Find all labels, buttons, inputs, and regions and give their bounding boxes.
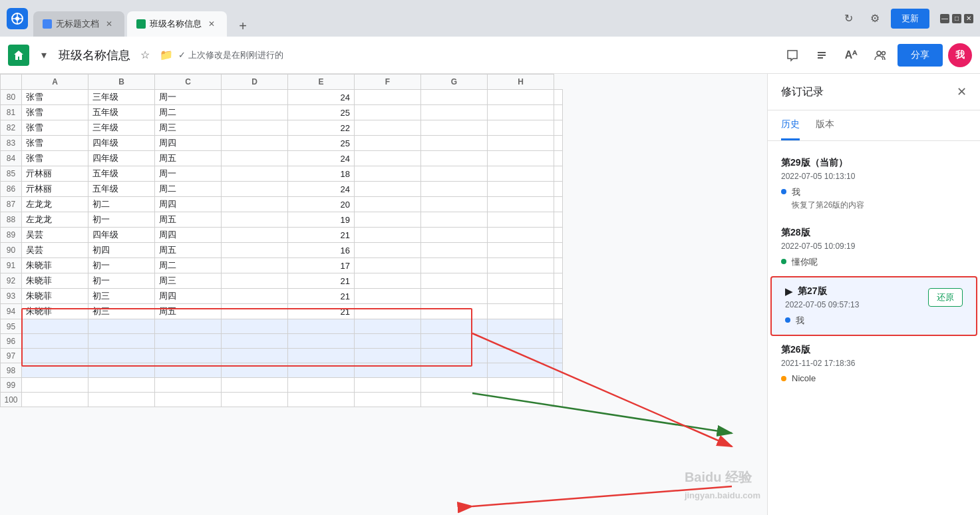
- table-row[interactable]: [554, 393, 563, 407]
- table-row[interactable]: 四年级: [88, 228, 155, 243]
- table-row[interactable]: 周五: [155, 243, 222, 258]
- table-row[interactable]: [488, 228, 554, 243]
- table-row[interactable]: 周二: [155, 105, 222, 120]
- version-item-26[interactable]: 第26版 2021-11-02 17:18:36 Nicole: [768, 336, 980, 391]
- table-row[interactable]: 三年级: [88, 120, 155, 136]
- table-row[interactable]: 25: [288, 136, 355, 151]
- table-row[interactable]: 张雪: [22, 90, 88, 105]
- table-row[interactable]: 24: [288, 90, 355, 105]
- table-row[interactable]: 周二: [155, 182, 222, 197]
- maximize-button[interactable]: □: [952, 14, 961, 23]
- table-row[interactable]: [155, 349, 222, 363]
- table-row[interactable]: [355, 166, 421, 182]
- version-item-27[interactable]: ▶ 第27版 2022-07-05 09:57:13 还原 我: [770, 276, 977, 336]
- table-row[interactable]: [488, 182, 554, 197]
- table-row[interactable]: [222, 197, 288, 212]
- table-row[interactable]: 三年级: [88, 90, 155, 105]
- table-row[interactable]: [155, 334, 222, 349]
- table-row[interactable]: 张雪: [22, 120, 88, 136]
- table-row[interactable]: [488, 90, 554, 105]
- table-row[interactable]: [222, 243, 288, 258]
- minimize-button[interactable]: —: [940, 14, 949, 23]
- table-row[interactable]: [488, 304, 554, 319]
- table-row[interactable]: 左龙龙: [22, 212, 88, 228]
- col-header-d[interactable]: D: [222, 75, 288, 90]
- tab-sheet[interactable]: 班级名称信息 ✕: [127, 11, 227, 37]
- table-row[interactable]: 初三: [88, 289, 155, 304]
- table-row[interactable]: [222, 289, 288, 304]
- table-row[interactable]: [355, 334, 421, 349]
- table-row[interactable]: [421, 378, 488, 393]
- table-row[interactable]: [222, 105, 288, 120]
- table-row[interactable]: [421, 393, 488, 407]
- sidebar-close-button[interactable]: ✕: [957, 85, 967, 99]
- table-row[interactable]: 亓林丽: [22, 166, 88, 182]
- col-header-h[interactable]: H: [488, 75, 554, 90]
- table-row[interactable]: 周二: [155, 258, 222, 273]
- tab-close-sheet[interactable]: ✕: [206, 18, 218, 30]
- table-row[interactable]: [155, 393, 222, 407]
- table-row[interactable]: [421, 151, 488, 166]
- table-row[interactable]: [288, 319, 355, 334]
- table-row[interactable]: 张雪: [22, 136, 88, 151]
- table-row[interactable]: [488, 151, 554, 166]
- table-row[interactable]: [421, 120, 488, 136]
- table-row[interactable]: [88, 363, 155, 378]
- table-row[interactable]: [554, 273, 563, 289]
- table-row[interactable]: 周一: [155, 166, 222, 182]
- users-icon[interactable]: [868, 43, 892, 67]
- table-row[interactable]: [222, 349, 288, 363]
- table-row[interactable]: [488, 136, 554, 151]
- table-row[interactable]: [488, 243, 554, 258]
- table-row[interactable]: [421, 334, 488, 349]
- table-row[interactable]: 张雪: [22, 151, 88, 166]
- table-row[interactable]: [488, 319, 554, 334]
- table-row[interactable]: [554, 349, 563, 363]
- table-row[interactable]: 25: [288, 105, 355, 120]
- table-row[interactable]: [488, 105, 554, 120]
- table-row[interactable]: [222, 378, 288, 393]
- table-row[interactable]: [554, 90, 563, 105]
- table-row[interactable]: [554, 136, 563, 151]
- table-row[interactable]: [421, 289, 488, 304]
- table-row[interactable]: 21: [288, 289, 355, 304]
- table-row[interactable]: 周五: [155, 304, 222, 319]
- table-row[interactable]: [488, 197, 554, 212]
- table-row[interactable]: [355, 243, 421, 258]
- table-row[interactable]: [222, 304, 288, 319]
- table-row[interactable]: [288, 393, 355, 407]
- table-row[interactable]: 四年级: [88, 136, 155, 151]
- table-row[interactable]: [421, 105, 488, 120]
- table-row[interactable]: [421, 90, 488, 105]
- table-row[interactable]: [355, 393, 421, 407]
- col-header-g[interactable]: G: [421, 75, 488, 90]
- table-row[interactable]: [355, 228, 421, 243]
- col-header-e[interactable]: E: [288, 75, 355, 90]
- table-row[interactable]: [554, 151, 563, 166]
- table-row[interactable]: [355, 136, 421, 151]
- comments-icon[interactable]: [780, 43, 804, 67]
- table-row[interactable]: 周五: [155, 212, 222, 228]
- table-row[interactable]: 周四: [155, 289, 222, 304]
- tab-versions[interactable]: 版本: [816, 110, 834, 140]
- table-row[interactable]: [554, 378, 563, 393]
- table-row[interactable]: [488, 334, 554, 349]
- table-row[interactable]: 周三: [155, 273, 222, 289]
- folder-icon[interactable]: 📁: [157, 46, 176, 65]
- text-size-icon[interactable]: Aᴬ: [839, 43, 863, 67]
- table-row[interactable]: [488, 212, 554, 228]
- table-row[interactable]: [222, 393, 288, 407]
- table-row[interactable]: 初一: [88, 273, 155, 289]
- table-row[interactable]: [155, 378, 222, 393]
- table-row[interactable]: 朱晓菲: [22, 273, 88, 289]
- table-row[interactable]: [554, 334, 563, 349]
- table-row[interactable]: [488, 273, 554, 289]
- table-row[interactable]: 左龙龙: [22, 197, 88, 212]
- table-row[interactable]: [554, 120, 563, 136]
- table-row[interactable]: 初一: [88, 212, 155, 228]
- table-row[interactable]: [155, 319, 222, 334]
- col-header-f[interactable]: F: [355, 75, 421, 90]
- table-row[interactable]: 周一: [155, 90, 222, 105]
- table-row[interactable]: 21: [288, 273, 355, 289]
- table-row[interactable]: [554, 243, 563, 258]
